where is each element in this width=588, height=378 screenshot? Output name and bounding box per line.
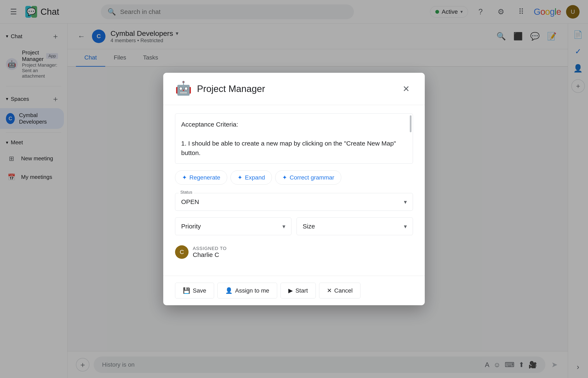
save-button[interactable]: 💾 Save [175, 283, 214, 298]
cancel-label: Cancel [334, 287, 353, 294]
status-value: OPEN [181, 198, 199, 205]
acceptance-criteria-text: Acceptance Criteria:1. I should be able … [181, 121, 396, 156]
modal-overlay[interactable]: 🤖 Project Manager ✕ Acceptance Criteria:… [0, 0, 588, 378]
save-label: Save [193, 287, 206, 294]
correct-grammar-label: Correct grammar [290, 174, 334, 181]
status-select[interactable]: Status OPEN ▾ [175, 193, 413, 211]
size-label: Size [303, 223, 315, 230]
modal-bot-icon: 🤖 [175, 80, 192, 97]
assign-label: Assign to me [235, 287, 269, 294]
modal-footer: 💾 Save 👤 Assign to me ▶ Start ✕ Cancel [163, 276, 425, 305]
assigned-info: ASSIGNED TO Charlie C [193, 246, 227, 258]
cancel-button[interactable]: ✕ Cancel [319, 283, 361, 298]
priority-chevron-icon: ▾ [282, 223, 285, 230]
expand-label: Expand [245, 174, 265, 181]
regenerate-label: Regenerate [189, 174, 220, 181]
modal-title: Project Manager [197, 83, 394, 94]
status-chevron-icon: ▾ [404, 199, 407, 205]
assigned-name: Charlie C [193, 251, 227, 258]
start-button[interactable]: ▶ Start [281, 283, 316, 298]
assigned-avatar: C [175, 245, 188, 259]
expand-button[interactable]: ✦ Expand [230, 170, 272, 185]
size-select[interactable]: Size ▾ [296, 217, 413, 235]
modal-header: 🤖 Project Manager ✕ [163, 73, 425, 105]
priority-label: Priority [181, 223, 201, 230]
assign-icon: 👤 [225, 287, 233, 294]
assign-to-me-button[interactable]: 👤 Assign to me [217, 283, 277, 298]
regenerate-icon: ✦ [182, 174, 187, 181]
correct-grammar-button[interactable]: ✦ Correct grammar [275, 170, 341, 185]
ai-action-buttons: ✦ Regenerate ✦ Expand ✦ Correct grammar [175, 170, 413, 185]
status-field: Status OPEN ▾ [175, 193, 413, 211]
start-label: Start [295, 287, 308, 294]
status-label: Status [179, 190, 194, 195]
textarea-wrapper: Acceptance Criteria:1. I should be able … [175, 113, 413, 164]
acceptance-criteria-box[interactable]: Acceptance Criteria:1. I should be able … [175, 113, 413, 164]
regenerate-button[interactable]: ✦ Regenerate [175, 170, 227, 185]
expand-icon: ✦ [238, 174, 242, 181]
project-manager-modal: 🤖 Project Manager ✕ Acceptance Criteria:… [163, 73, 425, 305]
correct-grammar-icon: ✦ [282, 174, 287, 181]
modal-close-button[interactable]: ✕ [400, 82, 413, 95]
priority-select[interactable]: Priority ▾ [175, 217, 292, 235]
modal-body: Acceptance Criteria:1. I should be able … [163, 105, 425, 276]
cancel-icon: ✕ [327, 287, 332, 294]
size-chevron-icon: ▾ [404, 223, 407, 230]
priority-size-row: Priority ▾ Size ▾ [175, 217, 413, 235]
save-icon: 💾 [183, 287, 190, 294]
scrollbar[interactable] [409, 114, 412, 163]
assigned-section: C ASSIGNED TO Charlie C [175, 242, 413, 262]
assigned-to-label: ASSIGNED TO [193, 246, 227, 251]
scroll-handle [410, 115, 412, 132]
start-icon: ▶ [288, 287, 293, 294]
